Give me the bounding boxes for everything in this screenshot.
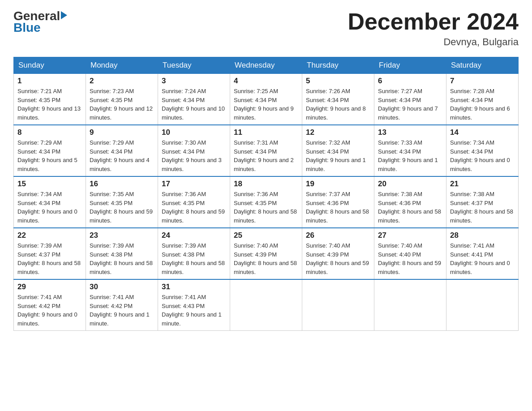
day-info: Sunrise: 7:29 AMSunset: 4:34 PMDaylight:… [17, 139, 77, 172]
table-row [230, 279, 302, 331]
day-info: Sunrise: 7:39 AMSunset: 4:38 PMDaylight:… [90, 242, 153, 275]
day-number: 26 [306, 231, 370, 240]
table-row: 6 Sunrise: 7:27 AMSunset: 4:34 PMDayligh… [374, 74, 446, 125]
day-number: 11 [234, 128, 298, 137]
calendar-week-row: 15 Sunrise: 7:34 AMSunset: 4:34 PMDaylig… [14, 176, 519, 228]
day-number: 19 [306, 180, 370, 188]
day-number: 23 [90, 231, 154, 240]
location-text: Devnya, Bulgaria [348, 36, 519, 48]
day-info: Sunrise: 7:40 AMSunset: 4:40 PMDaylight:… [378, 242, 441, 275]
calendar-week-row: 8 Sunrise: 7:29 AMSunset: 4:34 PMDayligh… [14, 125, 519, 176]
table-row: 19 Sunrise: 7:37 AMSunset: 4:36 PMDaylig… [302, 176, 374, 228]
day-info: Sunrise: 7:40 AMSunset: 4:39 PMDaylight:… [234, 242, 297, 275]
page-header: General Blue December 2024 Devnya, Bulga… [13, 9, 519, 48]
day-info: Sunrise: 7:41 AMSunset: 4:41 PMDaylight:… [450, 242, 510, 275]
day-info: Sunrise: 7:29 AMSunset: 4:34 PMDaylight:… [90, 139, 150, 172]
table-row: 2 Sunrise: 7:23 AMSunset: 4:35 PMDayligh… [86, 74, 158, 125]
day-info: Sunrise: 7:26 AMSunset: 4:34 PMDaylight:… [306, 88, 366, 121]
table-row: 4 Sunrise: 7:25 AMSunset: 4:34 PMDayligh… [230, 74, 302, 125]
calendar-week-row: 22 Sunrise: 7:39 AMSunset: 4:37 PMDaylig… [14, 228, 519, 279]
day-number: 13 [378, 128, 442, 137]
day-info: Sunrise: 7:32 AMSunset: 4:34 PMDaylight:… [306, 139, 366, 172]
day-number: 3 [162, 77, 226, 86]
calendar-week-row: 29 Sunrise: 7:41 AMSunset: 4:42 PMDaylig… [14, 279, 519, 331]
day-number: 2 [90, 77, 154, 86]
day-info: Sunrise: 7:41 AMSunset: 4:42 PMDaylight:… [17, 294, 77, 327]
table-row: 13 Sunrise: 7:33 AMSunset: 4:34 PMDaylig… [374, 125, 446, 176]
day-info: Sunrise: 7:33 AMSunset: 4:34 PMDaylight:… [378, 139, 438, 172]
table-row [374, 279, 446, 331]
table-row: 3 Sunrise: 7:24 AMSunset: 4:34 PMDayligh… [158, 74, 230, 125]
table-row: 22 Sunrise: 7:39 AMSunset: 4:37 PMDaylig… [14, 228, 86, 279]
table-row: 26 Sunrise: 7:40 AMSunset: 4:39 PMDaylig… [302, 228, 374, 279]
day-info: Sunrise: 7:39 AMSunset: 4:38 PMDaylight:… [162, 242, 225, 275]
day-number: 12 [306, 128, 370, 137]
calendar-week-row: 1 Sunrise: 7:21 AMSunset: 4:35 PMDayligh… [14, 74, 519, 125]
day-number: 18 [234, 180, 298, 188]
table-row: 11 Sunrise: 7:31 AMSunset: 4:34 PMDaylig… [230, 125, 302, 176]
table-row: 29 Sunrise: 7:41 AMSunset: 4:42 PMDaylig… [14, 279, 86, 331]
day-number: 29 [17, 283, 82, 291]
col-monday: Monday [86, 57, 158, 74]
month-title: December 2024 [348, 9, 519, 34]
day-number: 5 [306, 77, 370, 86]
day-number: 31 [162, 283, 226, 291]
day-info: Sunrise: 7:36 AMSunset: 4:35 PMDaylight:… [234, 191, 297, 224]
day-number: 6 [378, 77, 442, 86]
table-row: 31 Sunrise: 7:41 AMSunset: 4:43 PMDaylig… [158, 279, 230, 331]
day-info: Sunrise: 7:41 AMSunset: 4:43 PMDaylight:… [162, 294, 222, 327]
day-number: 9 [90, 128, 154, 137]
day-number: 4 [234, 77, 298, 86]
day-info: Sunrise: 7:25 AMSunset: 4:34 PMDaylight:… [234, 88, 294, 121]
day-number: 16 [90, 180, 154, 188]
title-block: December 2024 Devnya, Bulgaria [348, 9, 519, 48]
day-info: Sunrise: 7:21 AMSunset: 4:35 PMDaylight:… [17, 88, 81, 121]
logo: General Blue [13, 9, 67, 35]
calendar-header-row: Sunday Monday Tuesday Wednesday Thursday… [14, 57, 519, 74]
table-row: 27 Sunrise: 7:40 AMSunset: 4:40 PMDaylig… [374, 228, 446, 279]
table-row: 24 Sunrise: 7:39 AMSunset: 4:38 PMDaylig… [158, 228, 230, 279]
day-number: 1 [17, 77, 82, 86]
table-row: 18 Sunrise: 7:36 AMSunset: 4:35 PMDaylig… [230, 176, 302, 228]
day-info: Sunrise: 7:31 AMSunset: 4:34 PMDaylight:… [234, 139, 294, 172]
day-number: 27 [378, 231, 442, 240]
logo-blue-text: Blue [13, 21, 41, 35]
col-sunday: Sunday [14, 57, 86, 74]
col-thursday: Thursday [302, 57, 374, 74]
table-row: 16 Sunrise: 7:35 AMSunset: 4:35 PMDaylig… [86, 176, 158, 228]
day-number: 22 [17, 231, 82, 240]
day-info: Sunrise: 7:27 AMSunset: 4:34 PMDaylight:… [378, 88, 438, 121]
day-number: 21 [450, 180, 515, 188]
day-info: Sunrise: 7:36 AMSunset: 4:35 PMDaylight:… [162, 191, 225, 224]
day-info: Sunrise: 7:28 AMSunset: 4:34 PMDaylight:… [450, 88, 510, 121]
day-number: 28 [450, 231, 515, 240]
table-row: 1 Sunrise: 7:21 AMSunset: 4:35 PMDayligh… [14, 74, 86, 125]
table-row: 5 Sunrise: 7:26 AMSunset: 4:34 PMDayligh… [302, 74, 374, 125]
day-info: Sunrise: 7:40 AMSunset: 4:39 PMDaylight:… [306, 242, 369, 275]
col-friday: Friday [374, 57, 446, 74]
day-info: Sunrise: 7:39 AMSunset: 4:37 PMDaylight:… [17, 242, 81, 275]
day-number: 25 [234, 231, 298, 240]
day-number: 10 [162, 128, 226, 137]
col-tuesday: Tuesday [158, 57, 230, 74]
table-row: 20 Sunrise: 7:38 AMSunset: 4:36 PMDaylig… [374, 176, 446, 228]
table-row: 9 Sunrise: 7:29 AMSunset: 4:34 PMDayligh… [86, 125, 158, 176]
day-number: 17 [162, 180, 226, 188]
day-info: Sunrise: 7:37 AMSunset: 4:36 PMDaylight:… [306, 191, 369, 224]
day-info: Sunrise: 7:23 AMSunset: 4:35 PMDaylight:… [90, 88, 153, 121]
table-row: 21 Sunrise: 7:38 AMSunset: 4:37 PMDaylig… [446, 176, 519, 228]
day-number: 24 [162, 231, 226, 240]
day-info: Sunrise: 7:30 AMSunset: 4:34 PMDaylight:… [162, 139, 222, 172]
table-row: 14 Sunrise: 7:34 AMSunset: 4:34 PMDaylig… [446, 125, 519, 176]
col-saturday: Saturday [446, 57, 519, 74]
table-row: 12 Sunrise: 7:32 AMSunset: 4:34 PMDaylig… [302, 125, 374, 176]
day-info: Sunrise: 7:38 AMSunset: 4:36 PMDaylight:… [378, 191, 441, 224]
day-info: Sunrise: 7:34 AMSunset: 4:34 PMDaylight:… [17, 191, 77, 224]
table-row: 7 Sunrise: 7:28 AMSunset: 4:34 PMDayligh… [446, 74, 519, 125]
table-row: 28 Sunrise: 7:41 AMSunset: 4:41 PMDaylig… [446, 228, 519, 279]
day-info: Sunrise: 7:35 AMSunset: 4:35 PMDaylight:… [90, 191, 153, 224]
day-number: 20 [378, 180, 442, 188]
day-number: 7 [450, 77, 515, 86]
day-info: Sunrise: 7:34 AMSunset: 4:34 PMDaylight:… [450, 139, 510, 172]
day-info: Sunrise: 7:41 AMSunset: 4:42 PMDaylight:… [90, 294, 150, 327]
